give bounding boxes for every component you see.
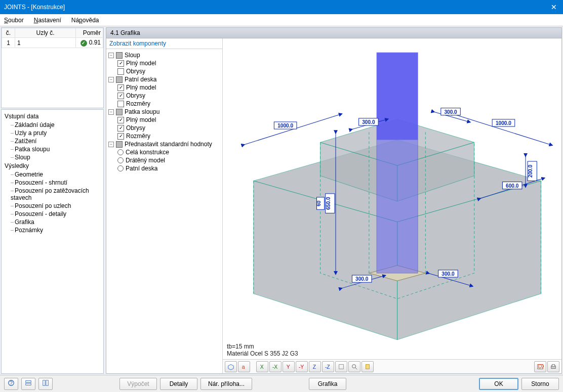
radio[interactable] [117,157,124,163]
tree-label[interactable]: Patka sloupu [125,108,159,115]
fit-view-icon[interactable] [335,361,347,372]
view-neg-z-icon[interactable]: -Z [322,361,334,372]
nav-item[interactable]: Uzly a pruty [5,129,100,137]
tree-label[interactable]: Obrysy [126,92,145,99]
radio[interactable] [117,165,124,171]
svg-text:-X: -X [272,363,278,369]
text-labels-icon[interactable]: a [238,361,250,372]
checkbox[interactable] [116,109,123,115]
checkbox[interactable] [117,68,124,75]
svg-point-42 [352,364,356,368]
menu-settings[interactable]: Nastavení [32,16,63,25]
tree-label[interactable]: Plný model [126,60,156,67]
svg-text:Y: Y [287,363,290,369]
tree-label[interactable]: Obrysy [126,68,145,75]
table-row[interactable]: 1 1 0.91 [2,38,103,48]
tree-label[interactable]: Obrysy [126,124,145,132]
tree-label[interactable]: Rozměry [126,100,150,107]
checkbox[interactable] [117,117,124,123]
export-dxf-icon[interactable]: DXF [534,361,546,372]
right-panel: 4.1 Grafika Zobrazit komponenty −Sloup P… [106,27,562,374]
view-z-icon[interactable]: Z [309,361,321,372]
tree-label[interactable]: Rozměry [126,133,150,140]
view-x-icon[interactable]: X [256,361,268,372]
menu-help[interactable]: Nápověda [69,16,101,25]
graphics-canvas[interactable]: 1000.0 1000.0 300.0 300.0 [223,38,561,359]
view-neg-y-icon[interactable]: -Y [296,361,308,372]
nav-item[interactable]: Posouzení po uzlech [5,202,100,210]
print-icon[interactable] [547,361,559,372]
tree-label[interactable]: Celá konstrukce [126,149,169,156]
view-y-icon[interactable]: Y [283,361,295,372]
radio[interactable] [117,149,124,155]
tb-label: tb=15 mm [227,343,298,350]
nav-item[interactable]: Sloup [5,153,100,161]
graphics-button[interactable]: Grafika [309,378,346,390]
help-button[interactable]: ? [4,378,18,390]
checkbox[interactable] [117,133,124,140]
cell-ratio: 0.91 [76,38,103,48]
tree-label[interactable]: Patní deska [125,76,156,83]
checkbox[interactable] [117,60,124,67]
nav-item[interactable]: Grafika [5,218,100,226]
components-tree: −Sloup Plný model Obrysy −Patní deska Pl… [106,49,222,373]
expander-icon[interactable]: − [108,53,114,58]
nav-item[interactable]: Posouzení - shrnutí [5,179,100,187]
cases-table-container: č. Uzly č. Poměr 1 1 0.91 [1,27,104,108]
close-icon[interactable]: ✕ [549,3,559,11]
tree-label[interactable]: Plný model [126,84,156,91]
clipboard-icon[interactable] [361,361,374,372]
svg-line-5 [244,114,341,145]
zoom-icon[interactable] [348,361,360,372]
nav-item[interactable]: Patka sloupu [5,145,100,153]
tile-horizontal-button[interactable] [21,378,35,390]
svg-rect-4 [377,53,418,140]
tile-vertical-button[interactable] [38,378,53,390]
calculate-button[interactable]: Výpočet [119,378,157,390]
nav-item[interactable]: Posouzení - detaily [5,210,100,218]
svg-line-8 [454,114,551,145]
svg-text:1000.0: 1000.0 [496,120,511,126]
nav-item[interactable]: Zatížení [5,137,100,145]
menu-bar: Soubor Nastavení Nápověda [0,14,563,26]
ok-button[interactable]: OK [479,378,518,390]
graphics-info: tb=15 mm Materiál Ocel S 355 J2 G3 [227,343,298,357]
svg-text:200.0: 200.0 [528,164,533,178]
tree-label[interactable]: Přednastavit standardní hodnoty [125,141,212,148]
nav-item[interactable]: Základní údaje [5,121,100,129]
nav-item[interactable]: Posouzení po zatěžovacích stavech [5,187,100,202]
components-panel: Zobrazit komponenty −Sloup Plný model Ob… [106,38,223,373]
svg-text:300.0: 300.0 [444,109,457,115]
cancel-button[interactable]: Storno [521,378,559,390]
svg-rect-41 [339,364,344,369]
nav-item[interactable]: Poznámky [5,226,100,234]
tree-label[interactable]: Drátěný model [126,157,165,164]
nav-tree: Vstupní data Základní údaje Uzly a pruty… [1,109,104,374]
title-bar: JOINTS - [Konstrukce] ✕ [0,0,563,14]
expander-icon[interactable]: − [108,109,114,115]
ratio-ok-icon [81,39,89,46]
checkbox[interactable] [116,141,123,148]
axo-view-icon[interactable] [225,361,237,372]
checkbox[interactable] [116,76,123,83]
svg-text:600.0: 600.0 [506,183,519,189]
national-annex-button[interactable]: Nár. příloha... [200,378,252,390]
cases-table: č. Uzly č. Poměr 1 1 0.91 [2,28,103,48]
details-button[interactable]: Detaily [160,378,197,390]
expander-icon[interactable]: − [108,142,114,147]
view-neg-x-icon[interactable]: -X [269,361,282,372]
tree-label[interactable]: Patní deska [126,165,157,172]
checkbox[interactable] [116,52,123,59]
expander-icon[interactable]: − [108,77,114,82]
checkbox[interactable] [117,93,124,99]
menu-file[interactable]: Soubor [2,16,26,25]
tree-label[interactable]: Plný model [126,116,156,123]
tree-label[interactable]: Sloup [125,52,140,59]
checkbox[interactable] [117,125,124,132]
svg-text:300.0: 300.0 [441,271,455,277]
nav-item[interactable]: Geometrie [5,170,100,179]
checkbox[interactable] [117,84,124,91]
col-no: č. [2,28,15,38]
checkbox[interactable] [117,101,124,107]
panel-heading: 4.1 Grafika [106,27,562,38]
